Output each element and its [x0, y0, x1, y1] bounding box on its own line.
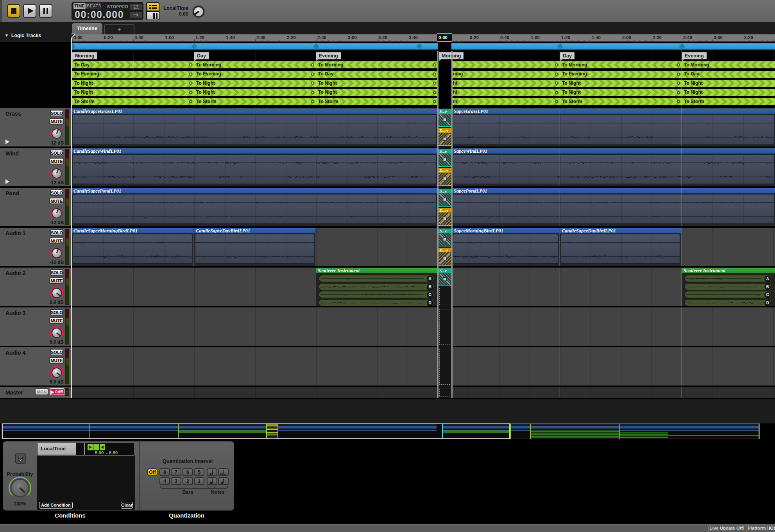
svg-text:D: D: [428, 301, 431, 305]
svg-text:B: B: [428, 285, 431, 289]
svg-text:D: D: [766, 301, 769, 305]
svg-text:C: C: [428, 293, 431, 297]
svg-text:C: C: [766, 293, 769, 297]
svg-text:B: B: [766, 285, 769, 289]
svg-text:A: A: [766, 277, 769, 281]
svg-text:A: A: [428, 277, 431, 281]
